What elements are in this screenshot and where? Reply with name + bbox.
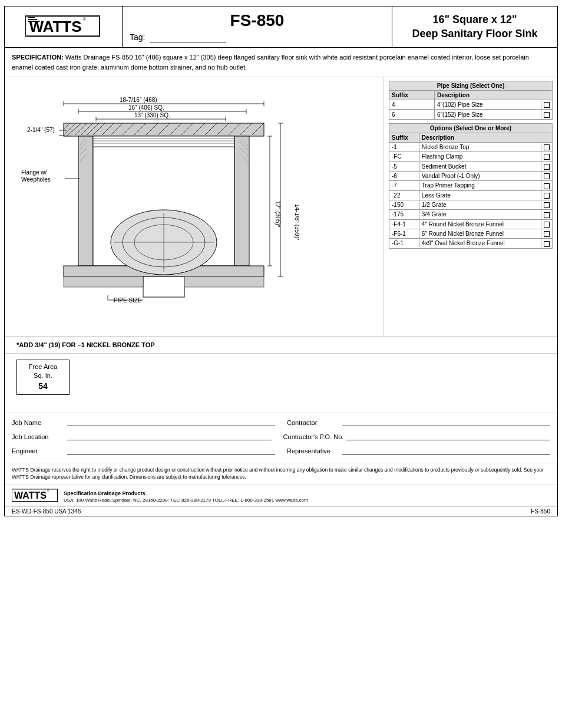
tag-line: Tag: bbox=[130, 32, 385, 42]
engineer-line bbox=[67, 445, 275, 454]
checkbox-opt-f61[interactable] bbox=[544, 231, 550, 237]
option-row: -F4-1 4" Round Nickel Bronze Funnel bbox=[389, 219, 553, 229]
pipe-suffix-6: 6 bbox=[389, 110, 435, 119]
options-header: Options (Select One or More) bbox=[389, 123, 553, 133]
opt-suffix: -F6-1 bbox=[389, 229, 419, 238]
form-row-location: Job Location Contractor's P.O. No. bbox=[12, 431, 550, 440]
representative-line bbox=[342, 445, 550, 454]
opt-suffix: -1 bbox=[389, 142, 419, 151]
opt-desc: Less Grate bbox=[419, 190, 541, 200]
diagram-area: 18-7/16" (468) 16" (406) SQ. 13" (330) S… bbox=[5, 77, 384, 336]
opt-suffix: -175 bbox=[389, 210, 419, 219]
options-table: Options (Select One or More) Suffix Desc… bbox=[389, 123, 553, 249]
note-section: *ADD 3/4" (19) FOR –1 NICKEL BRONZE TOP bbox=[5, 337, 557, 354]
spec-text: Watts Drainage FS-850 16" (406) square x… bbox=[12, 54, 529, 71]
pipe-suffix-4: 4 bbox=[389, 100, 435, 110]
svg-text:16" (406) SQ.: 16" (406) SQ. bbox=[128, 104, 164, 111]
checkbox-pipe-4[interactable] bbox=[544, 102, 550, 108]
checkbox-opt-fc[interactable] bbox=[544, 154, 550, 160]
opt-desc: Flashing Clamp bbox=[419, 152, 541, 162]
svg-text:18-7/16" (468): 18-7/16" (468) bbox=[120, 97, 157, 103]
option-row: -G-1 4x9" Oval Nickel Bronze Funnel bbox=[389, 239, 553, 248]
option-row: -FC Flashing Clamp bbox=[389, 152, 553, 162]
checkbox-opt-g1[interactable] bbox=[544, 241, 550, 247]
form-row-job: Job Name Contractor bbox=[12, 417, 550, 426]
footer-bottom: WATTS ® Specification Drainage Products … bbox=[5, 485, 557, 506]
checkbox-opt-f41[interactable] bbox=[544, 222, 550, 228]
free-area-label1: Free Area bbox=[23, 363, 63, 371]
footer-address: USA: 100 Watts Road, Spindale, NC, 28160… bbox=[64, 498, 308, 503]
checkbox-opt-5[interactable] bbox=[544, 164, 550, 170]
page-bottom: ES-WD-FS-850 USA 1346 FS-850 bbox=[5, 506, 557, 516]
pipe-row-4: 4 4"(102) Pipe Size bbox=[389, 100, 553, 110]
pipe-desc-6: 6"(152) Pipe Size bbox=[434, 110, 541, 119]
checkbox-opt-175[interactable] bbox=[544, 212, 550, 218]
svg-text:12" (305)*: 12" (305)* bbox=[275, 201, 281, 228]
svg-rect-43 bbox=[93, 136, 234, 147]
contractor-label: Contractor bbox=[287, 419, 340, 426]
header-model: FS-850 Tag: bbox=[123, 6, 392, 47]
po-line bbox=[346, 431, 550, 440]
option-row: -1 Nickel Bronze Top bbox=[389, 142, 553, 151]
checkbox-pipe-6[interactable] bbox=[544, 112, 550, 118]
model-footer: FS-850 bbox=[531, 508, 550, 515]
pipe-sizing-header: Pipe Sizing (Select One) bbox=[389, 81, 553, 91]
option-row: -6 Vandal Proof (-1 Only) bbox=[389, 171, 553, 180]
watts-logo-svg: WATTS ® bbox=[25, 14, 102, 40]
doc-number: ES-WD-FS-850 USA 1346 bbox=[12, 508, 81, 515]
opt-desc: 3/4 Grate bbox=[419, 210, 541, 219]
job-location-line bbox=[67, 431, 272, 440]
checkbox-opt-1[interactable] bbox=[544, 144, 550, 150]
disclaimer-text: WATTS Drainage reserves the right to mod… bbox=[12, 467, 544, 480]
option-row: -F6-1 6" Round Nickel Bronze Funnel bbox=[389, 229, 553, 238]
model-number: FS-850 bbox=[130, 11, 385, 30]
svg-text:14-1/8" (359)*: 14-1/8" (359)* bbox=[294, 204, 299, 241]
opt-desc: Trap Primer Tapping bbox=[419, 181, 541, 190]
opt-desc: 4x9" Oval Nickel Bronze Funnel bbox=[419, 239, 541, 248]
job-name-line bbox=[67, 417, 275, 426]
po-label: Contractor's P.O. No. bbox=[283, 433, 344, 440]
note-text: *ADD 3/4" (19) FOR –1 NICKEL BRONZE TOP bbox=[16, 341, 155, 348]
footer-info: Specification Drainage Products USA: 100… bbox=[64, 489, 308, 503]
form-section: Job Name Contractor Job Location Contrac… bbox=[5, 413, 557, 463]
checkbox-opt-22[interactable] bbox=[544, 193, 550, 199]
option-row: -22 Less Grate bbox=[389, 190, 553, 200]
checkbox-opt-7[interactable] bbox=[544, 183, 550, 189]
checkbox-opt-150[interactable] bbox=[544, 202, 550, 208]
svg-text:13" (330) SQ.: 13" (330) SQ. bbox=[134, 112, 170, 118]
opt-desc: 6" Round Nickel Bronze Funnel bbox=[419, 229, 541, 238]
opt-suffix: -22 bbox=[389, 190, 419, 200]
document-page: WATTS ® FS-850 Tag: 16" Square x 12" Dee… bbox=[4, 6, 558, 516]
svg-rect-62 bbox=[64, 276, 143, 287]
header-title: 16" Square x 12" Deep Sanitary Floor Sin… bbox=[392, 6, 557, 47]
opt-suffix-col: Suffix bbox=[389, 133, 419, 142]
opt-desc: Nickel Bronze Top bbox=[419, 142, 541, 151]
title-text: 16" Square x 12" Deep Sanitary Floor Sin… bbox=[412, 13, 537, 41]
opt-suffix: -6 bbox=[389, 171, 419, 180]
job-name-label: Job Name bbox=[12, 419, 65, 426]
form-row-engineer: Engineer Representative bbox=[12, 445, 550, 454]
checkbox-opt-6[interactable] bbox=[544, 173, 550, 179]
opt-desc: Sediment Bucket bbox=[419, 162, 541, 171]
free-area-box: Free Area Sq. In. 54 bbox=[16, 360, 70, 395]
opt-suffix: -5 bbox=[389, 162, 419, 171]
opt-suffix: -150 bbox=[389, 200, 419, 209]
title-line2: Deep Sanitary Floor Sink bbox=[412, 28, 537, 39]
header-logo: WATTS ® bbox=[5, 6, 123, 47]
pipe-row-6: 6 6"(152) Pipe Size bbox=[389, 110, 553, 119]
opt-desc: 4" Round Nickel Bronze Funnel bbox=[419, 219, 541, 229]
representative-label: Representative bbox=[287, 447, 340, 454]
pipe-suffix-col: Suffix bbox=[389, 91, 435, 100]
spec-section: SPECIFICATION: Watts Drainage FS-850 16"… bbox=[5, 48, 557, 77]
spec-label: SPECIFICATION: bbox=[12, 54, 64, 61]
option-row: -175 3/4 Grate bbox=[389, 210, 553, 219]
option-row: -7 Trap Primer Tapping bbox=[389, 181, 553, 190]
tag-label: Tag: bbox=[130, 32, 145, 42]
opt-desc: 1/2 Grate bbox=[419, 200, 541, 209]
job-location-label: Job Location bbox=[12, 433, 65, 440]
contractor-line bbox=[342, 417, 550, 426]
free-area-section: Free Area Sq. In. 54 bbox=[5, 354, 557, 413]
footer-disclaimer: WATTS Drainage reserves the right to mod… bbox=[5, 463, 557, 485]
footer-watts-logo: WATTS ® bbox=[12, 487, 59, 504]
svg-rect-61 bbox=[143, 276, 184, 297]
